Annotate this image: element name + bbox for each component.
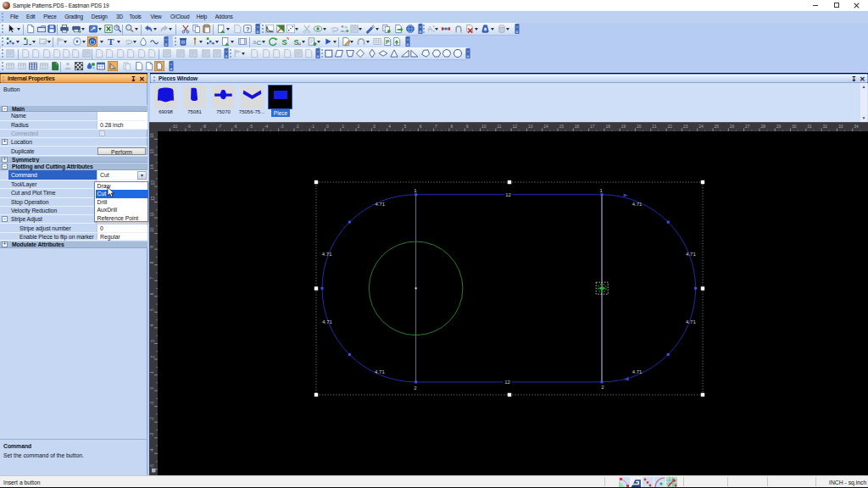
svg-text:13: 13 xyxy=(150,180,155,186)
svg-text:4: 4 xyxy=(150,324,155,326)
svg-text:4.71: 4.71 xyxy=(632,369,643,374)
svg-text:31: 31 xyxy=(807,123,812,128)
svg-text:19: 19 xyxy=(621,123,626,128)
svg-text:12: 12 xyxy=(513,123,518,128)
svg-text:9: 9 xyxy=(150,246,155,248)
svg-text:7: 7 xyxy=(435,123,437,128)
svg-text:-10: -10 xyxy=(171,123,177,128)
svg-text:12: 12 xyxy=(150,196,155,201)
svg-text:14: 14 xyxy=(543,123,548,128)
svg-text:30: 30 xyxy=(792,123,797,128)
svg-text:29: 29 xyxy=(776,123,782,128)
svg-text:4.71: 4.71 xyxy=(322,252,332,257)
svg-text:22: 22 xyxy=(668,123,673,128)
svg-text:A: A xyxy=(427,25,432,33)
svg-text:-1: -1 xyxy=(311,123,315,128)
svg-text:3: 3 xyxy=(150,340,155,342)
svg-text:15: 15 xyxy=(150,149,155,154)
svg-text:34: 34 xyxy=(854,123,859,128)
svg-text:-4: -4 xyxy=(150,448,155,452)
svg-text:16: 16 xyxy=(575,123,580,128)
svg-text:13: 13 xyxy=(528,123,533,128)
svg-text:0: 0 xyxy=(326,123,329,128)
svg-text:11: 11 xyxy=(497,123,501,128)
svg-text:12: 12 xyxy=(505,192,511,197)
svg-text:27: 27 xyxy=(745,123,750,128)
svg-text:-8: -8 xyxy=(203,123,207,128)
svg-text:1: 1 xyxy=(150,371,155,374)
svg-text:-6: -6 xyxy=(233,123,237,128)
svg-text:S: S xyxy=(282,38,287,47)
svg-text:15: 15 xyxy=(559,123,565,128)
svg-text:18: 18 xyxy=(605,123,610,128)
svg-text:6: 6 xyxy=(420,123,422,128)
svg-text:17: 17 xyxy=(590,123,595,128)
svg-text:24: 24 xyxy=(698,123,704,128)
svg-text:33: 33 xyxy=(838,123,843,128)
svg-text:10: 10 xyxy=(481,123,487,128)
svg-text:4.71: 4.71 xyxy=(632,202,643,207)
svg-text:8: 8 xyxy=(150,261,155,263)
svg-text:-2: -2 xyxy=(150,417,155,421)
svg-text:0: 0 xyxy=(150,387,155,390)
svg-text:C: C xyxy=(257,39,262,47)
svg-text:-7: -7 xyxy=(218,123,222,128)
svg-text:-5: -5 xyxy=(150,464,155,469)
svg-text:?: ? xyxy=(246,25,250,33)
svg-text:4.71: 4.71 xyxy=(375,202,385,207)
svg-text:4.71: 4.71 xyxy=(322,319,332,324)
svg-text:26: 26 xyxy=(730,123,735,128)
svg-text:1: 1 xyxy=(342,123,344,128)
svg-text:T: T xyxy=(108,36,114,47)
svg-text:%: % xyxy=(115,25,119,30)
svg-text:-9: -9 xyxy=(186,123,191,128)
svg-text:S: S xyxy=(294,38,299,47)
svg-text:2: 2 xyxy=(150,356,155,358)
svg-text:P: P xyxy=(386,39,390,45)
svg-text:-5: -5 xyxy=(249,123,253,128)
svg-text:-3: -3 xyxy=(280,123,284,128)
svg-text:-2: -2 xyxy=(295,123,299,128)
svg-text:3: 3 xyxy=(373,123,376,128)
svg-text:25: 25 xyxy=(715,123,720,128)
svg-text:2: 2 xyxy=(358,123,360,128)
svg-text:28: 28 xyxy=(760,123,765,128)
svg-text:8: 8 xyxy=(450,123,453,128)
svg-text:32: 32 xyxy=(823,123,828,128)
svg-text:-3: -3 xyxy=(150,433,155,437)
svg-text:11: 11 xyxy=(150,212,155,216)
svg-text:7: 7 xyxy=(150,277,155,280)
svg-text:4.71: 4.71 xyxy=(375,369,385,374)
svg-text:-1: -1 xyxy=(150,402,155,406)
svg-text:4.71: 4.71 xyxy=(686,252,696,257)
svg-text:4.71: 4.71 xyxy=(686,319,696,324)
svg-text:5: 5 xyxy=(150,308,155,311)
svg-text:16: 16 xyxy=(150,133,155,138)
svg-text:14: 14 xyxy=(150,164,155,169)
svg-text:6: 6 xyxy=(150,292,155,295)
svg-text:9: 9 xyxy=(466,123,469,128)
svg-text:12: 12 xyxy=(504,380,510,385)
svg-text:5: 5 xyxy=(404,123,407,128)
svg-text:20: 20 xyxy=(637,123,642,128)
svg-text:-4: -4 xyxy=(264,123,269,128)
svg-text:4: 4 xyxy=(388,123,391,128)
svg-text:21: 21 xyxy=(652,123,657,128)
svg-text:10: 10 xyxy=(150,227,155,232)
svg-text:23: 23 xyxy=(683,123,688,128)
